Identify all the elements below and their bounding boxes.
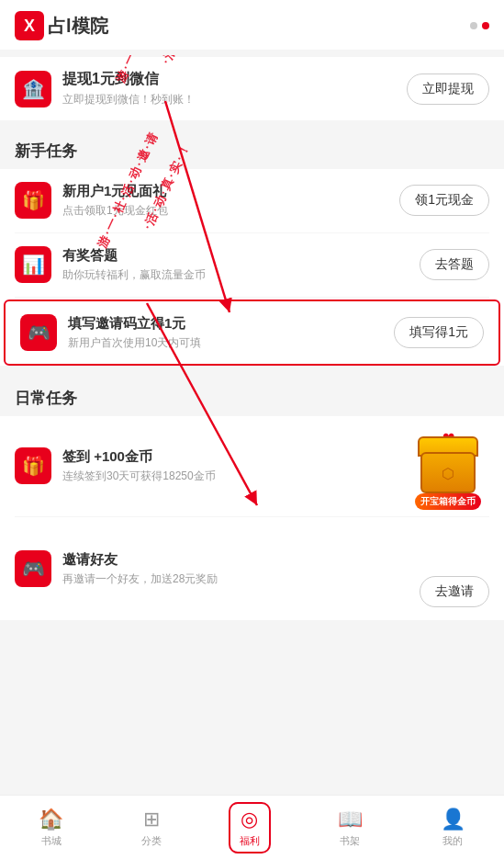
task-checkin-left: 🎁 签到 +100金币 连续签到30天可获得18250金币 <box>15 447 416 484</box>
withdraw-icon: 🏦 <box>15 71 51 107</box>
withdraw-subtitle: 立即提现到微信！秒到账！ <box>62 92 195 107</box>
task-quiz-info: 有奖答题 助你玩转福利，赢取流量金币 <box>62 247 206 283</box>
home-icon: 🏠 <box>39 808 63 831</box>
nav-shelf[interactable]: 📖 书架 <box>327 804 374 852</box>
logo-text: 占l模院 <box>48 14 108 39</box>
quiz-icon: 📊 <box>15 246 51 283</box>
task-gift-info: 新用户1元见面礼 点击领取1元现金红包 <box>62 183 168 219</box>
user-icon: 👤 <box>441 808 465 831</box>
task-left: 🎮 填写邀请码立得1元 新用户首次使用10天内可填 <box>20 314 394 351</box>
task-quiz-desc: 助你玩转福利，赢取流量金币 <box>62 267 206 283</box>
task-divider-2 <box>15 297 489 298</box>
nav-shelf-label: 书架 <box>340 834 360 848</box>
withdraw-button[interactable]: 立即提现 <box>407 73 489 105</box>
daily-tasks-container: 🎁 签到 +100金币 连续签到30天可获得18250金币 ❤ ⬡ 开宝箱得金币… <box>0 416 504 620</box>
page-indicators <box>470 22 489 29</box>
logo: X 占l模院 <box>15 11 108 40</box>
gift-icon: 🎁 <box>15 182 51 219</box>
nav-category-label: 分类 <box>141 834 162 848</box>
task-invite-code-desc: 新用户首次使用10天内可填 <box>68 335 201 351</box>
divider-1 <box>0 120 504 128</box>
invite-code-icon: 🎮 <box>20 314 57 351</box>
task-checkin-title: 签到 +100金币 <box>62 448 216 466</box>
task-invite-code-title: 填写邀请码立得1元 <box>68 315 201 333</box>
withdraw-info: 提现1元到微信 立即提现到微信！秒到账！ <box>62 70 195 107</box>
task-gift-button[interactable]: 领1元现金 <box>399 185 489 216</box>
grid-icon: ⊞ <box>143 808 160 831</box>
dot-1 <box>470 22 477 29</box>
task-invite-friend-desc: 再邀请一个好友，加送28元奖励 <box>62 571 218 587</box>
divider-2 <box>0 367 504 375</box>
newbie-section-header: 新手任务 <box>0 128 504 169</box>
dot-2 <box>482 22 489 29</box>
treasure-body: ⬡ <box>420 452 476 493</box>
task-gift-desc: 点击领取1元现金红包 <box>62 203 168 219</box>
task-invite-code: 🎮 填写邀请码立得1元 新用户首次使用10天内可填 填写得1元 <box>4 300 500 366</box>
task-quiz-button[interactable]: 去答题 <box>420 249 489 280</box>
logo-icon: X <box>15 11 44 40</box>
task-left: 📊 有奖答题 助你玩转福利，赢取流量金币 <box>15 246 420 283</box>
task-invite-friend-info: 邀请好友 再邀请一个好友，加送28元奖励 <box>62 551 218 587</box>
task-invite-code-button[interactable]: 填写得1元 <box>394 317 484 348</box>
task-left: 🎁 新用户1元见面礼 点击领取1元现金红包 <box>15 182 399 219</box>
withdraw-banner: 🏦 提现1元到微信 立即提现到微信！秒到账！ 立即提现 <box>0 57 504 120</box>
task-quiz-title: 有奖答题 <box>62 247 206 265</box>
header: X 占l模院 <box>0 0 504 50</box>
task-checkin-desc: 连续签到30天可获得18250金币 <box>62 469 216 484</box>
welfare-icon: ◎ <box>241 808 258 831</box>
treasure-box[interactable]: ❤ ⬡ 开宝箱得金币 <box>416 429 480 493</box>
task-checkin-info: 签到 +100金币 连续签到30天可获得18250金币 <box>62 448 216 484</box>
task-invite-code-info: 填写邀请码立得1元 新用户首次使用10天内可填 <box>68 315 201 351</box>
nav-mine-label: 我的 <box>442 834 463 848</box>
withdraw-title: 提现1元到微信 <box>62 70 195 89</box>
newbie-tasks-container: 🎁 新用户1元见面礼 点击领取1元现金红包 领1元现金 📊 有奖答题 助你玩转福… <box>0 169 504 366</box>
nav-category[interactable]: ⊞ 分类 <box>130 804 173 852</box>
nav-bookstore-label: 书城 <box>41 834 62 848</box>
task-gift: 🎁 新用户1元见面礼 点击领取1元现金红包 领1元现金 <box>0 169 504 232</box>
nav-mine[interactable]: 👤 我的 <box>430 804 476 852</box>
task-gift-title: 新用户1元见面礼 <box>62 183 168 200</box>
checkin-icon: 🎁 <box>15 447 51 484</box>
treasure-container[interactable]: ❤ ⬡ 开宝箱得金币 <box>416 429 489 503</box>
task-invite-left: 🎮 邀请好友 再邀请一个好友，加送28元奖励 <box>15 550 420 587</box>
book-icon: 📖 <box>338 808 363 831</box>
treasure-label: 开宝箱得金币 <box>415 493 481 510</box>
invite-friend-icon: 🎮 <box>15 550 51 587</box>
nav-welfare[interactable]: ◎ 福利 <box>229 802 271 853</box>
nav-bookstore[interactable]: 🏠 书城 <box>28 804 74 852</box>
task-quiz: 📊 有奖答题 助你玩转福利，赢取流量金币 去答题 <box>0 233 504 296</box>
bottom-nav: 🏠 书城 ⊞ 分类 ◎ 福利 📖 书架 👤 我的 <box>0 795 504 859</box>
withdraw-left: 🏦 提现1元到微信 立即提现到微信！秒到账！ <box>15 70 195 107</box>
daily-section-header: 日常任务 <box>0 375 504 416</box>
nav-welfare-label: 福利 <box>240 834 260 848</box>
task-invite-friend: 🎮 邀请好友 再邀请一个好友，加送28元奖励 去邀请 <box>0 517 504 620</box>
task-checkin: 🎁 签到 +100金币 连续签到30天可获得18250金币 ❤ ⬡ 开宝箱得金币 <box>0 416 504 515</box>
task-invite-friend-button[interactable]: 去邀请 <box>420 576 489 607</box>
task-invite-friend-title: 邀请好友 <box>62 551 218 569</box>
